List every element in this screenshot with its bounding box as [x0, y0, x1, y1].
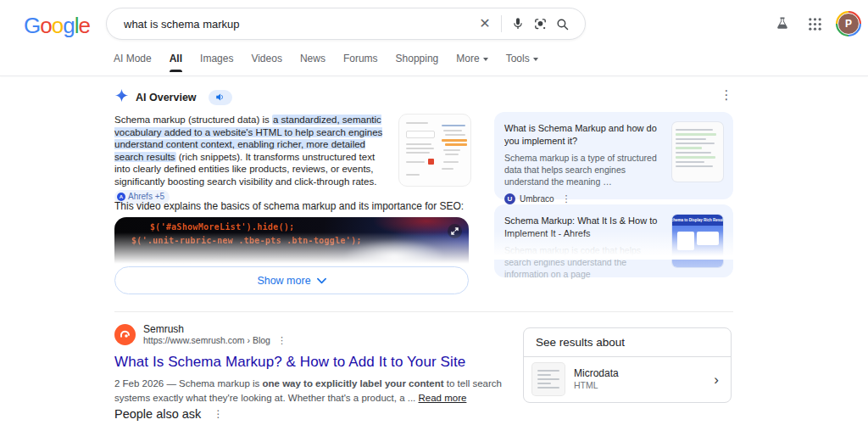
microdata-thumbnail	[532, 363, 565, 395]
search-input[interactable]	[124, 18, 474, 31]
result-more-options-icon[interactable]: ⋮	[277, 335, 287, 346]
speaker-icon	[215, 92, 225, 102]
tab-shopping[interactable]: Shopping	[396, 53, 439, 72]
see-results-about-header: See results about	[524, 328, 731, 357]
item-subtitle: HTML	[574, 380, 704, 391]
header-divider	[0, 75, 868, 76]
video-code-text: $('#aShowMoreList').hide();	[150, 222, 295, 232]
ai-sparkle-icon	[114, 88, 129, 106]
more-options-icon[interactable]: ⋮	[562, 193, 571, 204]
search-bar[interactable]: ✕	[106, 8, 586, 40]
clear-icon[interactable]: ✕	[474, 13, 496, 35]
card-title: What is Schema Markup and how do you imp…	[504, 122, 665, 148]
mic-icon[interactable]	[507, 13, 529, 35]
tab-tools[interactable]: Tools	[506, 53, 538, 72]
ai-overview-paragraph: Schema markup (structured data) is a sta…	[114, 114, 391, 204]
result-source-row[interactable]: Semrush https://www.semrush.com › Blog ⋮	[114, 323, 530, 346]
search-result-semrush: Semrush https://www.semrush.com › Blog ⋮…	[114, 323, 530, 405]
search-tabs: AI Mode All Images Videos News Forums Sh…	[114, 53, 538, 72]
result-site-name: Semrush	[143, 323, 287, 335]
ai-source-card-umbraco[interactable]: What is Schema Markup and how do you imp…	[494, 112, 733, 199]
show-more-button[interactable]: Show more	[114, 266, 469, 294]
google-logo[interactable]: Google	[24, 13, 90, 39]
card-title: Schema Markup: What It Is & How to Imple…	[504, 215, 665, 240]
google-search-results-page: Google ✕ P	[0, 0, 868, 425]
result-snippet: 2 Feb 2026 — Schema markup is one way to…	[114, 377, 523, 405]
umbraco-favicon: U	[504, 193, 515, 204]
ai-overview-title: AI Overview	[136, 92, 197, 103]
chevron-down-icon	[317, 277, 326, 284]
see-results-about-card: See results about Microdata HTML ›	[523, 327, 732, 403]
tab-images[interactable]: Images	[200, 53, 233, 72]
chevron-down-icon	[483, 58, 488, 61]
search-labs-icon[interactable]	[771, 13, 793, 35]
listen-button[interactable]	[209, 90, 232, 105]
avatar[interactable]: P	[836, 11, 861, 36]
people-also-ask-title: People also ask	[114, 407, 201, 421]
tab-news[interactable]: News	[300, 53, 326, 72]
ai-overview-image-thumbnail[interactable]	[398, 114, 471, 187]
chevron-right-icon: ›	[714, 372, 719, 387]
people-also-ask-more-options-icon[interactable]: ⋮	[213, 408, 223, 420]
ai-source-card-ahrefs[interactable]: Schema Markup: What It Is & How to Imple…	[494, 204, 733, 277]
chevron-down-icon	[533, 58, 538, 61]
semrush-favicon	[114, 324, 136, 345]
card-snippet: Schema markup is a type of structured da…	[504, 152, 665, 187]
read-more-link[interactable]: Read more	[419, 393, 467, 403]
card-thumbnail	[672, 122, 723, 182]
ai-overview-more-options-icon[interactable]: ⋮	[720, 87, 733, 103]
result-title-link[interactable]: What Is Schema Markup? & How to Add It t…	[114, 354, 530, 371]
card-snippet: Schema markup is code that helps search …	[504, 244, 665, 280]
card-thumbnail: Schema to Display Rich Results ✕	[672, 215, 723, 267]
video-thumbnail[interactable]: $('#aShowMoreList').hide(); $('.unit-rub…	[114, 217, 469, 266]
tab-ai-mode[interactable]: AI Mode	[114, 53, 152, 72]
people-also-ask-section: People also ask ⋮	[114, 407, 223, 421]
tab-videos[interactable]: Videos	[251, 53, 281, 72]
card-source-row: U Umbraco ⋮	[504, 193, 665, 204]
search-icon[interactable]	[551, 13, 573, 35]
search-divider	[501, 15, 502, 32]
result-breadcrumb: https://www.semrush.com › Blog	[143, 335, 270, 346]
section-divider	[114, 311, 733, 312]
ai-overview-header: AI Overview	[114, 88, 232, 106]
tab-all[interactable]: All	[170, 53, 182, 72]
video-caption: This video explains the basics of schema…	[114, 200, 464, 212]
apps-grid-icon[interactable]	[804, 13, 826, 35]
lens-icon[interactable]	[529, 13, 551, 35]
item-title: Microdata	[574, 367, 704, 380]
tab-forums[interactable]: Forums	[343, 53, 378, 72]
tab-more[interactable]: More	[456, 53, 487, 72]
see-results-item-microdata[interactable]: Microdata HTML ›	[524, 357, 731, 402]
video-fade-overlay	[114, 232, 469, 266]
